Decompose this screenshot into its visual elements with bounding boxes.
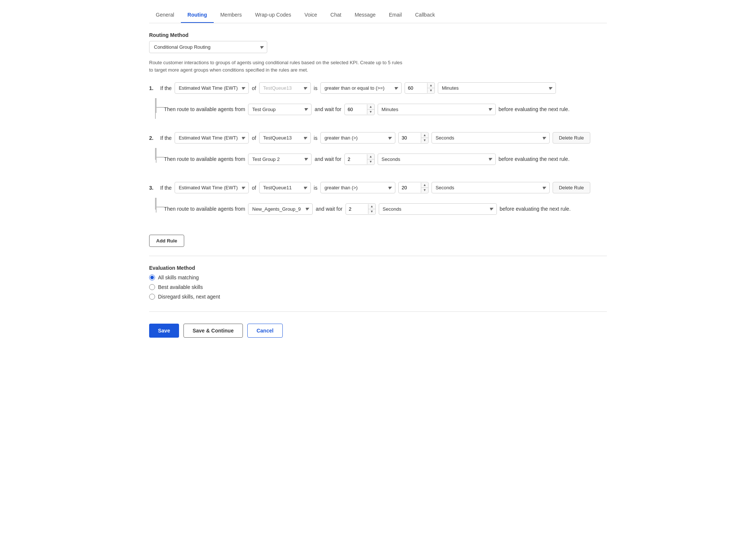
rule-2-spin-down[interactable]: ▼ [421, 138, 428, 143]
eval-option-best-skills[interactable]: Best available skills [149, 284, 607, 290]
rule-3-unit-select[interactable]: Minutes Seconds Hours [432, 182, 550, 193]
rule-3-wait-input[interactable] [346, 204, 368, 214]
save-continue-button[interactable]: Save & Continue [183, 324, 243, 338]
rule-1-wait-spin-down[interactable]: ▼ [367, 110, 374, 114]
save-button[interactable]: Save [149, 324, 179, 338]
rule-1-of-label: of [252, 85, 256, 91]
add-rule-button[interactable]: Add Rule [149, 235, 184, 247]
rule-3-wait-spin-up[interactable]: ▲ [368, 204, 375, 209]
rule-1-group-select[interactable]: Test Group Test Group 2 New_Agents_Group… [248, 104, 312, 115]
eval-radio-disregard-skills[interactable] [149, 294, 155, 300]
tab-voice[interactable]: Voice [298, 7, 324, 23]
rule-2-kpi-select[interactable]: Estimated Wait Time (EWT) Average Handle… [175, 132, 249, 144]
rule-1-spin-up[interactable]: ▲ [427, 83, 434, 88]
rule-1-wait-spinners: ▲ ▼ [367, 104, 374, 114]
tab-message[interactable]: Message [348, 7, 382, 23]
rule-2-unit-select[interactable]: Minutes Seconds Hours [432, 132, 550, 144]
rule-1-wait-input-wrapper: ▲ ▼ [344, 104, 375, 115]
rule-3-after-label: before evaluating the next rule. [500, 206, 571, 212]
rule-1-value-input-wrapper: ▲ ▼ [405, 82, 435, 94]
rule-1-if-row: 1. If the Estimated Wait Time (EWT) Aver… [149, 82, 607, 94]
rule-1-queue-select[interactable]: TestQueue13 TestQueue11 [259, 82, 311, 94]
tab-wrapup[interactable]: Wrap-up Codes [248, 7, 298, 23]
rule-1-then-row: Then route to available agents from Test… [164, 104, 607, 115]
rule-3-wait-unit-select[interactable]: Minutes Seconds Hours [379, 203, 497, 215]
rule-1-number: 1. [149, 85, 157, 91]
rules-section: 1. If the Estimated Wait Time (EWT) Aver… [149, 82, 607, 247]
rule-3-kpi-select[interactable]: Estimated Wait Time (EWT) Average Handle… [175, 182, 249, 193]
rule-3-spinners: ▲ ▼ [421, 183, 428, 193]
rule-3-queue-select[interactable]: TestQueue13 TestQueue11 [259, 182, 311, 193]
rule-1-queue-wrapper: TestQueue13 TestQueue11 [259, 82, 311, 94]
tab-email[interactable]: Email [382, 7, 408, 23]
rule-1-wait-spin-up[interactable]: ▲ [367, 104, 374, 110]
tab-members[interactable]: Members [214, 7, 248, 23]
rule-2-condition-wrapper: greater than or equal to (>=) greater th… [320, 132, 395, 144]
routing-method-select[interactable]: Conditional Group Routing Standard Routi… [149, 41, 267, 53]
rule-2-wait-spin-up[interactable]: ▲ [367, 154, 374, 159]
rule-3-value-input[interactable] [399, 182, 421, 193]
rule-1-condition-wrapper: greater than or equal to (>=) greater th… [320, 82, 402, 94]
eval-option-disregard-skills[interactable]: Disregard skills, next agent [149, 294, 607, 300]
rule-3-group-select[interactable]: Test Group Test Group 2 New_Agents_Group… [248, 203, 313, 215]
rule-2-kpi-wrapper: Estimated Wait Time (EWT) Average Handle… [175, 132, 249, 144]
tab-routing[interactable]: Routing [181, 7, 214, 23]
rule-2-then-row: Then route to available agents from Test… [164, 154, 607, 165]
rule-1-value-input[interactable] [405, 83, 427, 93]
rule-3-wait-unit-wrapper: Minutes Seconds Hours [379, 203, 497, 215]
eval-radio-all-skills[interactable] [149, 275, 155, 280]
rule-3-wait-input-wrapper: ▲ ▼ [346, 203, 376, 215]
rule-1-unit-select[interactable]: Minutes Seconds Hours [438, 82, 556, 94]
routing-description: Route customer interactions to groups of… [149, 59, 408, 73]
rule-3-spin-down[interactable]: ▼ [421, 188, 428, 193]
rule-3-wait-spin-down[interactable]: ▼ [368, 209, 375, 214]
rule-3-group-wrapper: Test Group Test Group 2 New_Agents_Group… [248, 203, 313, 215]
eval-label-best-skills: Best available skills [158, 284, 203, 290]
rule-1-then-section: Then route to available agents from Test… [149, 98, 607, 120]
eval-option-all-skills[interactable]: All skills matching [149, 275, 607, 280]
rule-2-spin-up[interactable]: ▲ [421, 133, 428, 138]
rule-block-2: 2. If the Estimated Wait Time (EWT) Aver… [149, 132, 607, 170]
rule-3-kpi-wrapper: Estimated Wait Time (EWT) Average Handle… [175, 182, 249, 193]
rule-3-condition-select[interactable]: greater than or equal to (>=) greater th… [320, 182, 395, 193]
rule-2-wait-spin-down[interactable]: ▼ [367, 159, 374, 164]
rule-2-condition-select[interactable]: greater than or equal to (>=) greater th… [320, 132, 395, 144]
eval-radio-best-skills[interactable] [149, 284, 155, 290]
rule-3-delete-button[interactable]: Delete Rule [553, 182, 590, 193]
cancel-button[interactable]: Cancel [247, 324, 283, 338]
rule-1-after-label: before evaluating the next rule. [499, 106, 570, 112]
tab-callback[interactable]: Callback [409, 7, 442, 23]
rule-3-unit-wrapper: Minutes Seconds Hours [432, 182, 550, 193]
rule-2-of-label: of [252, 135, 256, 141]
rule-2-wait-label: and wait for [315, 156, 341, 162]
rule-2-wait-input[interactable] [345, 154, 367, 165]
rule-1-wait-input[interactable] [345, 104, 367, 115]
rule-2-unit-wrapper: Minutes Seconds Hours [432, 132, 550, 144]
eval-label-all-skills: All skills matching [158, 275, 199, 280]
rule-2-value-input-wrapper: ▲ ▼ [398, 132, 429, 144]
rule-1-unit-wrapper: Minutes Seconds Hours [438, 82, 556, 94]
rule-2-queue-wrapper: TestQueue13 TestQueue11 [259, 132, 311, 144]
eval-label-disregard-skills: Disregard skills, next agent [158, 294, 220, 300]
rule-2-queue-select[interactable]: TestQueue13 TestQueue11 [259, 132, 311, 144]
rule-1-wait-unit-select[interactable]: Minutes Seconds Hours [378, 104, 496, 115]
rule-2-wait-spinners: ▲ ▼ [367, 154, 374, 164]
rule-2-value-input[interactable] [399, 132, 421, 143]
rule-3-spin-up[interactable]: ▲ [421, 183, 428, 188]
rule-1-condition-select[interactable]: greater than or equal to (>=) greater th… [320, 82, 402, 94]
rule-2-wait-unit-select[interactable]: Minutes Seconds Hours [378, 154, 496, 165]
routing-method-wrapper: Conditional Group Routing Standard Routi… [149, 41, 267, 53]
tab-chat[interactable]: Chat [324, 7, 348, 23]
rule-2-group-select[interactable]: Test Group Test Group 2 New_Agents_Group… [248, 154, 312, 165]
routing-method-label: Routing Method [149, 32, 607, 38]
rule-1-spin-down[interactable]: ▼ [427, 88, 434, 93]
rule-block-3: 3. If the Estimated Wait Time (EWT) Aver… [149, 182, 607, 220]
rule-3-queue-wrapper: TestQueue13 TestQueue11 [259, 182, 311, 193]
rule-3-then-label: Then route to available agents from [164, 206, 245, 212]
tab-general[interactable]: General [149, 7, 181, 23]
rule-3-condition-wrapper: greater than or equal to (>=) greater th… [320, 182, 395, 193]
rule-1-kpi-wrapper: Estimated Wait Time (EWT) Average Handle… [175, 82, 249, 94]
rule-1-kpi-select[interactable]: Estimated Wait Time (EWT) Average Handle… [175, 82, 249, 94]
rule-2-after-label: before evaluating the next rule. [499, 156, 570, 162]
rule-2-delete-button[interactable]: Delete Rule [553, 132, 590, 144]
